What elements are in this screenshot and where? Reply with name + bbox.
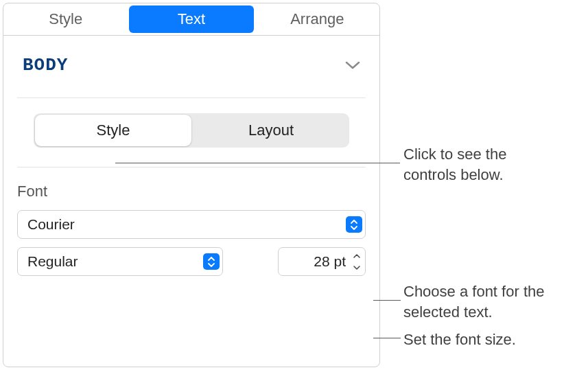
font-size-value: 28 pt bbox=[287, 253, 350, 270]
font-family-popup[interactable]: Courier bbox=[17, 210, 366, 239]
font-family-value: Courier bbox=[27, 216, 75, 233]
callout-line bbox=[373, 300, 401, 301]
callout-font-family: Choose a font for the selected text. bbox=[403, 281, 588, 322]
paragraph-style-label: BODY bbox=[23, 55, 68, 76]
chevron-down-icon bbox=[345, 60, 360, 70]
subtab-layout[interactable]: Layout bbox=[193, 113, 349, 148]
divider bbox=[17, 167, 366, 167]
callout-line bbox=[373, 338, 401, 338]
font-size-field[interactable]: 28 pt bbox=[278, 247, 366, 276]
font-size-stepper bbox=[350, 250, 364, 273]
tab-style[interactable]: Style bbox=[3, 3, 128, 35]
stepper-down-button[interactable] bbox=[350, 262, 364, 273]
stepper-up-button[interactable] bbox=[350, 250, 364, 262]
updown-icon bbox=[203, 253, 220, 270]
callout-style-tab: Click to see the controls below. bbox=[403, 144, 561, 185]
callout-line bbox=[115, 163, 400, 163]
paragraph-style-popup[interactable]: BODY bbox=[17, 55, 366, 76]
tab-text[interactable]: Text bbox=[129, 5, 253, 33]
callout-font-size: Set the font size. bbox=[403, 329, 575, 350]
updown-icon bbox=[346, 216, 362, 233]
font-section-label: Font bbox=[17, 183, 366, 200]
font-weight-value: Regular bbox=[27, 253, 78, 270]
font-weight-popup[interactable]: Regular bbox=[17, 247, 223, 276]
annotations-area: Click to see the controls below. Choose … bbox=[383, 0, 588, 370]
subtab-style[interactable]: Style bbox=[35, 115, 191, 146]
text-subtabs: Style Layout bbox=[34, 113, 349, 148]
tab-arrange[interactable]: Arrange bbox=[255, 3, 379, 35]
format-inspector-panel: Style Text Arrange BODY Style Layout Fon… bbox=[3, 3, 380, 367]
inspector-tabs: Style Text Arrange bbox=[3, 3, 379, 36]
